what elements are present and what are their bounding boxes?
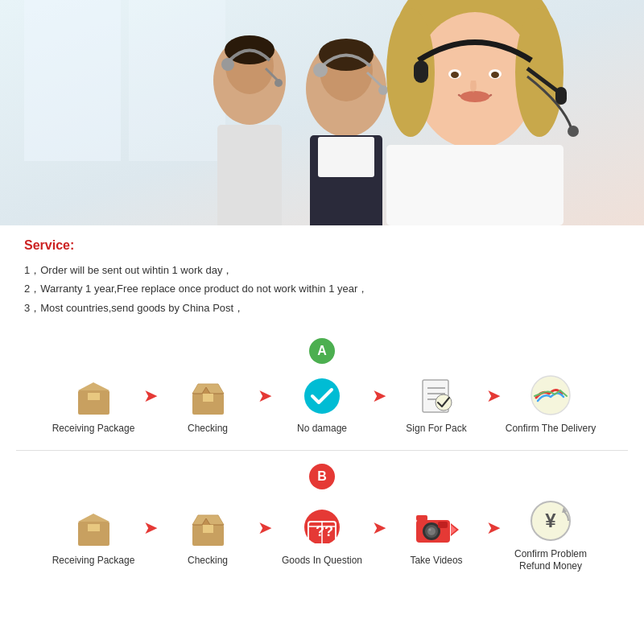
arrow-1b: ➤ [143,518,158,539]
sign-document-icon [412,374,460,418]
svg-point-23 [451,72,459,78]
svg-rect-48 [88,522,100,524]
svg-rect-62 [416,515,427,521]
label-camera: Take Videos [410,555,462,568]
camera-icon [412,506,460,550]
svg-marker-33 [78,382,109,390]
label-receiving-b: Receiving Package [52,555,135,568]
yen-circle-icon: ¥ [526,499,575,543]
arrow-3a: ➤ [372,386,386,407]
svg-point-31 [568,126,579,137]
svg-rect-1 [24,0,121,161]
flow-section-a: A Receiving Package ➤ [0,330,644,445]
open-box-icon-a [184,374,232,418]
service-item-2: 2，Warranty 1 year,Free replace once prod… [24,279,620,298]
svg-point-60 [427,527,436,535]
svg-point-15 [313,63,328,77]
arrow-2a: ➤ [258,386,272,407]
label-checking-a: Checking [188,423,228,436]
label-confirm-problem: Confirm ProblemRefund Money [514,548,587,573]
flow-item-camera: Take Videos [388,506,485,568]
flow-section-b: B Receiving Package ➤ [0,456,644,583]
svg-rect-2 [129,0,225,161]
svg-rect-30 [555,87,567,105]
label-nodamage: No damage [297,423,347,436]
svg-point-25 [491,72,499,78]
svg-point-61 [429,529,431,531]
service-list: 1，Order will be sent out wihtin 1 work d… [24,261,620,317]
svg-point-17 [378,85,388,95]
flow-row-b: Receiving Package ➤ Checking ➤ [16,499,628,573]
svg-rect-63 [438,522,448,528]
flow-item-confirm-delivery: Confirm The Delivery [502,374,599,436]
svg-rect-14 [318,137,374,177]
flow-item-receiving-b: Receiving Package [45,506,142,568]
service-section: Service: 1，Order will be sent out wihtin… [0,225,644,330]
arrow-3b: ➤ [372,518,386,539]
flow-item-receiving-a: Receiving Package [45,374,142,436]
svg-point-38 [304,378,340,414]
badge-b-container: B [16,464,628,489]
label-signpack: Sign For Pack [406,423,466,436]
label-question: Goods In Question [282,555,362,568]
svg-text:?: ? [324,523,333,539]
badge-b: B [309,464,335,489]
svg-rect-37 [203,394,213,402]
label-confirm-delivery: Confirm The Delivery [506,423,596,436]
svg-point-26 [460,91,489,102]
flow-row-a: Receiving Package ➤ Checking ➤ [16,374,628,436]
package-icon-a [69,374,118,418]
service-title: Service: [24,238,620,253]
label-checking-b: Checking [188,555,228,568]
svg-rect-28 [414,60,428,83]
flow-item-signpack: Sign For Pack [388,374,485,436]
label-receiving-a: Receiving Package [52,423,135,436]
arrow-4b: ➤ [486,518,501,539]
arrow-4a: ➤ [486,386,501,407]
divider [16,450,628,451]
flow-item-nodamage: No damage [274,374,370,436]
badge-a-container: A [16,338,628,364]
flow-item-confirm-problem: ¥ Confirm ProblemRefund Money [502,499,599,573]
handshake-icon [526,374,575,418]
svg-rect-6 [217,125,282,225]
svg-text:?: ? [316,523,324,539]
svg-point-9 [275,79,283,87]
badge-a: A [309,338,335,364]
open-box-icon-b [184,506,232,550]
question-box-icon: ? ? [298,506,346,550]
svg-rect-35 [88,390,100,393]
service-item-3: 3，Most countries,send goods by China Pos… [24,299,620,317]
service-item-1: 1，Order will be sent out wihtin 1 work d… [24,261,620,279]
svg-text:¥: ¥ [545,510,556,531]
svg-rect-50 [203,525,213,533]
flow-item-question: ? ? Goods In Question [274,506,370,568]
checkmark-circle-icon [298,374,346,418]
svg-rect-27 [386,145,564,225]
flow-item-checking-a: Checking [159,374,256,436]
package-icon-b [69,506,118,550]
arrow-1a: ➤ [143,386,158,407]
svg-point-21 [515,8,564,137]
flow-item-checking-b: Checking [159,506,256,568]
svg-marker-46 [78,514,109,522]
svg-point-7 [221,58,234,71]
arrow-2b: ➤ [258,518,272,539]
hero-section [0,0,644,225]
